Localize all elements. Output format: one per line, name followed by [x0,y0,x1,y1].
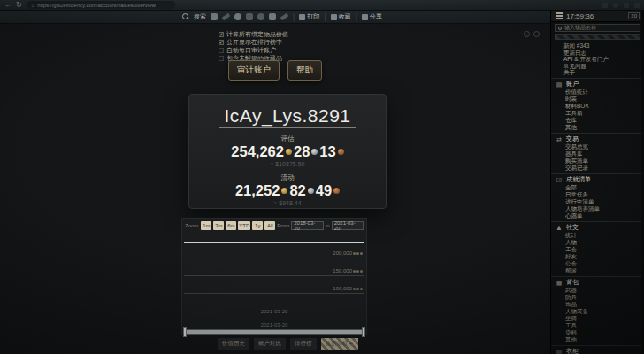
sidebar-item[interactable]: 心愿单 [551,212,644,219]
sidebar-item[interactable]: 交易记录 [551,165,644,172]
menu-icon[interactable] [634,3,640,8]
extensions-icon[interactable] [602,3,608,8]
sidebar-item[interactable]: 染料 [551,329,644,336]
phone-icon[interactable] [257,13,264,20]
grid-icon[interactable] [211,13,218,20]
range-button-1y[interactable]: 1y [252,221,263,230]
sidebar-search-input[interactable]: 输入物品名称 [555,24,640,32]
chart-navigator[interactable] [184,329,364,335]
user-icon: ♟ [556,225,563,231]
sidebar-link[interactable]: API & 开发者门户 [564,56,644,63]
sidebar-item[interactable]: 人物培养清单 [551,205,644,212]
downloads-icon[interactable] [624,3,629,8]
action-buttons: 审计账户 帮助 [228,60,322,81]
tab-account-compare[interactable]: 账户对比 [254,338,286,350]
bag-icon[interactable] [246,13,253,20]
from-date-input[interactable]: 2018-03-20 [291,221,323,230]
section-header[interactable]: ⇄ 交易 [551,135,644,143]
sidebar-item[interactable]: 时装 [551,96,644,103]
section-header[interactable]: ▤ 账户 [551,81,644,88]
search-icon[interactable] [182,13,189,20]
browser-toolbar: 搜索 | 打印 | 收藏 | 分享 [0,11,550,24]
sidebar-link[interactable]: 更新日志 [564,50,644,57]
wrench-icon[interactable] [280,13,289,20]
print-button[interactable]: 打印 [299,12,319,21]
chart-plot-area: 200,000 150,000 100,000 2021-03-20 [184,236,364,312]
favorite-button[interactable]: 收藏 [331,12,351,21]
sidebar-item[interactable]: 其他 [551,336,644,343]
sidebar-section-wardrobe: ▥ 衣柜 外观 [551,345,644,354]
range-button-6m[interactable]: 6m [226,221,236,230]
sidebar-section-trading: ⇄ 交易 交易总览 器具库 购买清单 交易记录 [551,133,644,172]
sidebar-item[interactable]: 购买清单 [551,158,644,165]
zoom-in-icon[interactable]: + [524,31,530,37]
navigator-handle-left[interactable] [183,327,187,337]
chart-tabs: 价值历史 账户对比 排行榜 数据加载中 [218,338,358,350]
url-bar[interactable]: ⌂ https://gw2efficiency.com/account/valu… [27,1,175,9]
checkbox-checked-icon[interactable]: ✓ [218,40,224,45]
sidebar-item[interactable]: 工具 [551,322,644,329]
to-date-input[interactable]: 2021-03-20 [332,221,364,230]
sidebar-item[interactable]: 仓库 [551,117,644,124]
sidebar-item[interactable]: 材料BOX [551,103,644,110]
page-content: + ✓ 计算所有绑定物品价值 ✓ 公开显示在排行榜中 ✓ 自动每日审计账户 ✓ … [0,24,550,354]
sidebar: 17:59:36 20 输入物品名称 新闻 #343 更新日志 API & 开发… [550,11,644,354]
sidebar-item[interactable]: 好友 [551,253,644,260]
sidebar-link[interactable]: 常见问题 [564,63,644,70]
back-icon[interactable]: ← [4,2,12,9]
sidebar-item[interactable]: 统计 [551,232,644,239]
sidebar-link[interactable]: 新闻 #343 [564,42,644,50]
sync-icon[interactable] [234,13,242,20]
zoom-out-icon[interactable] [533,31,540,37]
camera-icon[interactable] [269,13,276,20]
search-label[interactable]: 搜索 [194,12,206,21]
tab-loading[interactable]: 数据加载中 [321,338,359,350]
help-button[interactable]: 帮助 [288,60,322,81]
pencil-icon[interactable] [222,13,231,20]
tab-value-history[interactable]: 价值历史 [218,338,249,350]
section-header[interactable]: ▦ 背包 [551,279,644,287]
sidebar-item[interactable]: 进行中清单 [551,198,644,205]
hamburger-icon[interactable] [556,12,563,19]
navigator-handle-right[interactable] [362,327,365,337]
tab-leaderboard[interactable]: 排行榜 [290,338,317,350]
section-header[interactable]: ♟ 社交 [551,224,644,232]
range-button-3m[interactable]: 3m [213,221,224,230]
section-header[interactable]: ▥ 衣柜 [551,348,644,354]
range-button-ytd[interactable]: YTD [238,221,250,230]
toolbar-separator: | [356,13,357,21]
checkbox-unchecked-icon[interactable]: ✓ [218,56,224,61]
sidebar-item[interactable]: 防具 [551,294,644,301]
sidebar-link[interactable]: 关于 [564,69,644,76]
sidebar-section-account: ▤ 账户 价值统计 时装 材料BOX 工具箱 仓库 其他 [551,78,644,131]
range-button-all[interactable]: All [264,221,275,230]
sidebar-item[interactable]: 价值统计 [551,88,644,96]
checkbox-unchecked-icon[interactable]: ✓ [218,48,224,53]
sidebar-item[interactable]: 人物 [551,239,644,246]
range-button-1m[interactable]: 1m [201,221,211,230]
reload-icon[interactable]: ↻ [16,2,22,9]
checkbox-checked-icon[interactable]: ✓ [218,32,224,37]
sidebar-item[interactable]: 器具库 [551,150,644,158]
profile-icon[interactable] [613,3,618,8]
sidebar-item[interactable]: 交易总览 [551,143,644,150]
sidebar-item[interactable]: 日常任务 [551,191,644,198]
sidebar-item[interactable]: 公会 [551,260,644,267]
sidebar-item[interactable]: 饰品 [551,301,644,308]
sidebar-item[interactable]: 其他 [551,124,644,131]
sidebar-item[interactable]: 武器 [551,287,644,294]
section-header[interactable]: ☑ 成就清单 [551,176,644,184]
sidebar-item[interactable]: 工会 [551,246,644,253]
sidebar-item[interactable]: 人物装备 [551,308,644,315]
sidebar-header: 17:59:36 20 [551,11,644,22]
y-axis-tick: 100,000 [333,286,363,291]
date-range-controls: From 2018-03-20 to 2021-03-20 [277,221,364,230]
audit-account-button[interactable]: 审计账户 [228,60,280,81]
sidebar-item[interactable]: 帮派 [551,267,644,274]
sidebar-item[interactable]: 坐骑 [551,315,644,322]
sidebar-item[interactable]: 工具箱 [551,110,644,117]
sidebar-item[interactable]: 全部 [551,184,644,191]
value-history-chart: Zoom 1m 3m 6m YTD 1y All From 2018-03-20… [181,218,367,335]
home-icon[interactable]: ⌂ [32,3,35,8]
share-button[interactable]: 分享 [362,12,382,21]
